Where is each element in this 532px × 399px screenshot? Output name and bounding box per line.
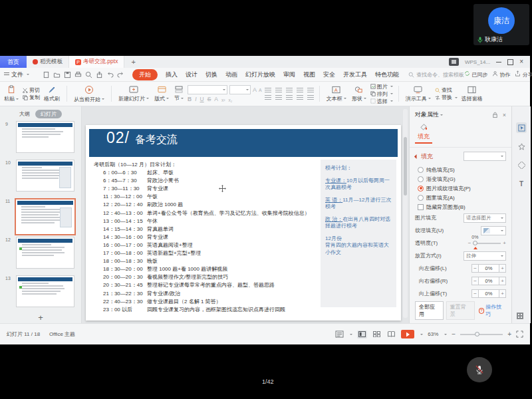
menu-tab-security[interactable]: 安全 xyxy=(323,70,335,79)
file-menu[interactable]: 文件 xyxy=(4,70,29,79)
decrease-font-icon[interactable]: A xyxy=(259,88,262,92)
present-tools-button[interactable]: 演示工具 xyxy=(404,86,432,102)
close-button[interactable]: × xyxy=(519,59,523,65)
radio-picture-texture-fill[interactable]: 图片或纹理填充(P) xyxy=(418,184,506,193)
bullets-icon[interactable] xyxy=(265,88,271,93)
offset-left-stepper[interactable]: −0%+ xyxy=(471,264,506,273)
new-file-icon[interactable] xyxy=(43,71,50,78)
tips-link[interactable]: ?操作技巧 xyxy=(479,303,506,318)
slide-thumbnail-9[interactable]: 9 xyxy=(0,121,81,156)
selection-pane-button[interactable]: 选择窗格 xyxy=(460,86,484,102)
radio-pattern-fill[interactable]: 图案填充(A) xyxy=(418,193,506,202)
arrange-button[interactable]: 排列 xyxy=(370,91,393,97)
format-painter-button[interactable]: 格式刷 xyxy=(43,86,61,102)
menu-tab-start-active[interactable]: 开始 xyxy=(132,69,158,80)
placement-dropdown[interactable]: 拉伸 xyxy=(464,251,506,261)
menu-tab-devtools[interactable]: 开发工具 xyxy=(343,70,367,79)
reading-view-button[interactable] xyxy=(386,331,396,338)
radio-solid-fill[interactable]: 纯色填充(S) xyxy=(418,165,506,174)
columns-icon[interactable] xyxy=(307,95,314,100)
minimize-button[interactable] xyxy=(496,59,501,65)
menu-tab-insert[interactable]: 插入 xyxy=(166,70,178,79)
align-left-icon[interactable] xyxy=(265,95,271,100)
zoom-in-button[interactable]: + xyxy=(507,331,511,338)
menu-tab-review[interactable]: 审阅 xyxy=(283,70,295,79)
chevron-down-icon[interactable] xyxy=(440,114,443,116)
radio-gradient-fill[interactable]: 渐变填充(G) xyxy=(418,174,506,184)
line-spacing-icon[interactable] xyxy=(307,88,314,93)
export-icon[interactable] xyxy=(96,71,103,78)
undo-icon[interactable] xyxy=(106,71,114,78)
numbering-icon[interactable] xyxy=(275,88,282,93)
bold-button[interactable]: B xyxy=(188,96,192,102)
justify-icon[interactable] xyxy=(297,95,303,100)
open-folder-icon[interactable] xyxy=(53,71,61,78)
replace-button[interactable]: 替换 xyxy=(435,94,458,100)
menu-tab-transition[interactable]: 切换 xyxy=(205,70,217,79)
new-slide-button[interactable]: 新建幻灯片 xyxy=(117,86,150,102)
canvas-scrollbar[interactable] xyxy=(403,109,408,318)
new-tab-button[interactable]: + xyxy=(131,58,135,66)
share-button[interactable]: 分享 xyxy=(515,70,532,78)
menu-tab-design[interactable]: 设计 xyxy=(186,70,198,79)
picture-button[interactable]: 图片 xyxy=(370,84,393,90)
textbox-button[interactable]: A 文本框 xyxy=(325,86,348,102)
slideshow-play-button[interactable] xyxy=(401,330,414,338)
slide-thumbnail-13[interactable]: 13 xyxy=(0,275,81,310)
command-search[interactable]: 查找命令、搜索模板 xyxy=(408,71,464,78)
zoom-slider-knob[interactable] xyxy=(475,332,479,336)
menu-tab-animation[interactable]: 动画 xyxy=(225,70,237,79)
reset-background-button[interactable]: 重置背景 xyxy=(446,301,475,320)
tab-templates[interactable]: 稻壳模板 xyxy=(27,56,69,68)
fill-section-header[interactable]: 填充 xyxy=(415,152,506,161)
play-from-current-button[interactable]: 从当前开始 xyxy=(72,85,106,103)
font-name-input[interactable] xyxy=(188,85,227,94)
offset-right-stepper[interactable]: −0%+ xyxy=(471,277,506,285)
home-tab-button[interactable]: 首页 xyxy=(0,56,27,68)
indent-icon[interactable] xyxy=(297,88,303,93)
subscript-button[interactable]: x₂ xyxy=(228,98,232,102)
italic-button[interactable]: I xyxy=(195,96,196,102)
slide[interactable]: 02/ 备考交流 考研后期（10—12 月）日常计划： 6：00—6：30起床、… xyxy=(86,125,401,321)
find-button[interactable]: 查找 xyxy=(435,87,458,93)
fill-preset-dropdown[interactable] xyxy=(464,152,506,161)
slide-thumbnail-11-selected[interactable]: 11 xyxy=(0,198,81,233)
notes-icon[interactable] xyxy=(335,331,344,338)
slide-sorter-view-button[interactable] xyxy=(372,331,382,338)
apply-all-button[interactable]: 全部应用 xyxy=(415,301,444,320)
outline-tab[interactable]: 大纲 xyxy=(19,110,30,118)
text-strip-icon[interactable]: T xyxy=(516,178,527,189)
layout-button[interactable]: 版式 xyxy=(153,86,170,102)
section-button[interactable]: 节 xyxy=(173,86,185,102)
theme-name[interactable]: Office 主题 xyxy=(49,331,75,338)
zoom-level[interactable]: 63% xyxy=(428,331,438,337)
close-panel-icon[interactable]: × xyxy=(503,112,506,118)
text-color-button[interactable]: A xyxy=(214,96,218,102)
save-icon[interactable] xyxy=(64,71,71,78)
shapes-button[interactable]: 形状 xyxy=(350,86,368,102)
mute-button[interactable] xyxy=(467,357,492,382)
slide-thumbnail-10[interactable]: 10 xyxy=(0,160,81,194)
increase-font-icon[interactable]: A xyxy=(253,86,257,93)
align-right-icon[interactable] xyxy=(286,95,293,100)
menu-tab-slideshow[interactable]: 幻灯片放映 xyxy=(245,70,275,79)
menu-tab-features[interactable]: 特色功能 xyxy=(375,70,399,79)
zoom-slider[interactable] xyxy=(460,334,503,335)
print-icon[interactable] xyxy=(74,71,82,78)
fill-tab[interactable]: 填充 xyxy=(415,123,432,144)
copy-button[interactable]: 复制 xyxy=(23,94,40,100)
zoom-out-button[interactable]: − xyxy=(452,331,456,338)
add-slide-button[interactable]: + xyxy=(0,314,81,322)
pin-panel-icon[interactable] xyxy=(492,112,498,118)
texture-dropdown[interactable] xyxy=(481,226,506,235)
strike-button[interactable]: S xyxy=(207,96,211,102)
font-size-input[interactable] xyxy=(229,85,251,94)
underline-button[interactable]: U xyxy=(200,96,204,102)
menu-tab-view[interactable]: 视图 xyxy=(303,70,315,79)
superscript-button[interactable]: x² xyxy=(221,98,225,102)
fit-slide-icon[interactable] xyxy=(516,331,523,338)
paste-button[interactable]: 粘贴 xyxy=(3,85,20,102)
picture-fill-dropdown[interactable]: 请选择图片 xyxy=(464,213,506,223)
preview-icon[interactable] xyxy=(85,71,92,78)
play-options-caret-icon[interactable] xyxy=(420,334,423,335)
